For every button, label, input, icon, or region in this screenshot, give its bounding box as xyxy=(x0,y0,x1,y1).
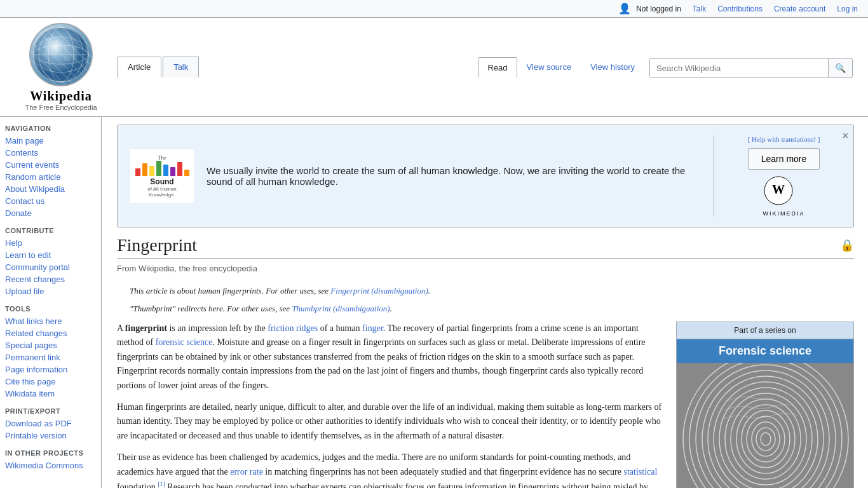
finger-link[interactable]: finger xyxy=(362,323,383,333)
svg-text:W: W xyxy=(772,182,785,196)
bar1 xyxy=(135,168,140,176)
tab-read[interactable]: Read xyxy=(478,57,517,78)
sidebar-navigation: Navigation Main page Contents Current ev… xyxy=(5,125,96,219)
article-left: A fingerprint is an impression left by t… xyxy=(117,322,663,488)
tools-heading: Tools xyxy=(5,305,96,313)
sidebar-item-permanent-link[interactable]: Permanent link xyxy=(5,351,96,363)
nav-heading: Navigation xyxy=(5,125,96,132)
search-input[interactable] xyxy=(650,60,828,77)
user-icon: 👤 xyxy=(618,3,631,15)
content-tabs: Article Talk Read View source View histo… xyxy=(112,57,858,78)
banner-logo-the: The xyxy=(135,154,189,161)
infobox-image xyxy=(677,363,853,488)
bar6 xyxy=(170,167,175,176)
banner-right: [ Help with translations! ] Learn more W… xyxy=(714,135,841,217)
contributions-link[interactable]: Contributions xyxy=(717,4,763,13)
infobox-series-label: Part of a series on xyxy=(677,322,853,339)
article-title: Fingerprint 🔒 xyxy=(117,235,854,259)
print-heading: Print/export xyxy=(5,407,96,415)
learn-more-button[interactable]: Learn more xyxy=(748,148,820,170)
sidebar-item-printable-version[interactable]: Printable version xyxy=(5,430,96,442)
create-account-link[interactable]: Create account xyxy=(774,4,825,13)
banner-text: We usually invite the world to create th… xyxy=(207,165,714,187)
sidebar-item-donate[interactable]: Donate xyxy=(5,207,96,219)
sidebar-item-learn-to-edit[interactable]: Learn to edit xyxy=(5,249,96,261)
sound-bars xyxy=(135,161,189,176)
banner-close-button[interactable]: × xyxy=(843,130,848,142)
fingerprint-svg xyxy=(677,363,853,488)
sidebar-item-what-links-here[interactable]: What links here xyxy=(5,315,96,327)
sidebar-item-current-events[interactable]: Current events xyxy=(5,159,96,171)
sidebar-item-special-pages[interactable]: Special pages xyxy=(5,339,96,351)
forensic-science-link[interactable]: forensic science xyxy=(156,337,213,347)
sidebar-item-contents[interactable]: Contents xyxy=(5,147,96,159)
not-logged-in: Not logged in xyxy=(636,4,681,13)
article-subtitle: From Wikipedia, the free encyclopedia xyxy=(117,264,854,273)
sidebar-item-upload-file[interactable]: Upload file xyxy=(5,285,96,297)
help-translations-link[interactable]: [ Help with translations! ] xyxy=(748,135,820,143)
banner-logo-subtitle: of All Human Knowledge. xyxy=(135,186,189,198)
right-tab-group: Read View source View history 🔍 xyxy=(478,57,853,78)
hatnote-1: This article is about human fingerprints… xyxy=(117,283,854,299)
banner-logo-inner: The Sound of All Human Knowledge. xyxy=(130,149,194,203)
main-content: The Sound of All Human Knowledge. xyxy=(102,117,864,488)
sidebar-item-about-wikipedia[interactable]: About Wikipedia xyxy=(5,183,96,195)
wikimedia-svg: W xyxy=(763,175,794,207)
bar4 xyxy=(156,161,161,176)
wikimedia-logo: W WIKIMEDIA xyxy=(763,175,804,217)
user-menu: 👤 Not logged in Talk Contributions Creat… xyxy=(618,3,858,15)
fingerprint-disambiguation-link[interactable]: Fingerprint (disambiguation) xyxy=(330,286,428,295)
tab-view-source[interactable]: View source xyxy=(517,57,581,78)
statistical-link[interactable]: statistical xyxy=(623,467,657,477)
svg-point-5 xyxy=(34,37,88,72)
bar3 xyxy=(149,166,154,176)
other-projects-heading: In other projects xyxy=(5,449,96,457)
top-bar: 👤 Not logged in Talk Contributions Creat… xyxy=(0,0,868,18)
tab-view-history[interactable]: View history xyxy=(581,57,644,78)
sidebar-other-projects: In other projects Wikimedia Commons xyxy=(5,449,96,471)
sidebar-item-help[interactable]: Help xyxy=(5,237,96,249)
sidebar-item-random-article[interactable]: Random article xyxy=(5,171,96,183)
tab-bar: Article Talk Read View source View histo… xyxy=(112,57,858,78)
bar7 xyxy=(177,162,182,176)
sidebar: Navigation Main page Contents Current ev… xyxy=(0,117,102,488)
svg-point-1 xyxy=(48,27,74,82)
svg-point-2 xyxy=(39,27,83,82)
error-rate-link[interactable]: error rate xyxy=(230,467,263,477)
sidebar-item-community-portal[interactable]: Community portal xyxy=(5,261,96,273)
infobox: Part of a series on Forensic science xyxy=(676,322,854,488)
sidebar-item-cite-this-page[interactable]: Cite this page xyxy=(5,376,96,388)
page-layout: Navigation Main page Contents Current ev… xyxy=(0,117,868,488)
sidebar-print: Print/export Download as PDF Printable v… xyxy=(5,407,96,442)
sidebar-item-recent-changes[interactable]: Recent changes xyxy=(5,273,96,285)
paragraph-3: Their use as evidence has been challenge… xyxy=(117,451,663,488)
friction-ridges-link[interactable]: friction ridges xyxy=(268,323,318,333)
tab-article[interactable]: Article xyxy=(117,57,161,78)
banner-logo: The Sound of All Human Knowledge. xyxy=(130,149,194,203)
sidebar-item-related-changes[interactable]: Related changes xyxy=(5,327,96,339)
banner: The Sound of All Human Knowledge. xyxy=(117,125,854,227)
thumbprint-disambiguation-link[interactable]: Thumbprint (disambiguation) xyxy=(292,304,390,313)
search-bar: 🔍 xyxy=(649,58,853,78)
site-logo[interactable]: Wikipedia The Free Encyclopedia xyxy=(10,23,112,111)
paragraph-1: A fingerprint is an impression left by t… xyxy=(117,322,663,393)
sidebar-item-page-information[interactable]: Page information xyxy=(5,363,96,376)
talk-link[interactable]: Talk xyxy=(693,4,706,13)
contribute-heading: Contribute xyxy=(5,227,96,234)
sidebar-item-wikidata-item[interactable]: Wikidata item xyxy=(5,388,96,400)
hatnote-2: "Thumbprint" redirects here. For other u… xyxy=(117,301,854,316)
logo-subtitle: The Free Encyclopedia xyxy=(25,104,97,111)
sidebar-item-download-pdf[interactable]: Download as PDF xyxy=(5,417,96,430)
article-text: A fingerprint is an impression left by t… xyxy=(117,322,663,488)
site-header: Wikipedia The Free Encyclopedia Article … xyxy=(0,18,868,117)
bar8 xyxy=(184,170,189,176)
sidebar-item-contact-us[interactable]: Contact us xyxy=(5,195,96,207)
sidebar-item-main-page[interactable]: Main page xyxy=(5,135,96,147)
sidebar-contribute: Contribute Help Learn to edit Community … xyxy=(5,227,96,297)
sidebar-item-wikimedia-commons[interactable]: Wikimedia Commons xyxy=(5,459,96,471)
log-in-link[interactable]: Log in xyxy=(837,4,858,13)
search-button[interactable]: 🔍 xyxy=(828,59,852,77)
banner-logo-sound: Sound xyxy=(135,177,189,186)
sidebar-tools: Tools What links here Related changes Sp… xyxy=(5,305,96,400)
tab-talk[interactable]: Talk xyxy=(163,57,199,78)
